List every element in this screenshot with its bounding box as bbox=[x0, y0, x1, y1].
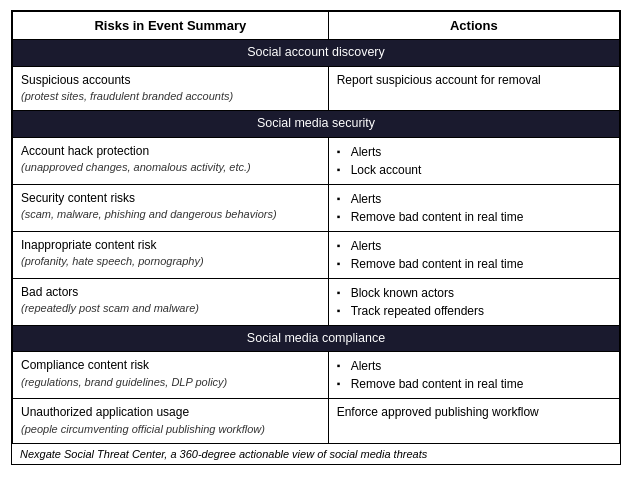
action-list: AlertsRemove bad content in real time bbox=[337, 237, 611, 273]
risk-subtitle: (scam, malware, phishing and dangerous b… bbox=[21, 208, 277, 220]
risk-title: Compliance content risk bbox=[21, 358, 149, 372]
risk-title: Inappropriate content risk bbox=[21, 238, 156, 252]
action-cell: Block known actorsTrack repeated offende… bbox=[328, 278, 619, 325]
action-list: AlertsRemove bad content in real time bbox=[337, 190, 611, 226]
risk-cell: Bad actors(repeatedly post scam and malw… bbox=[13, 278, 329, 325]
risk-subtitle: (people circumventing official publishin… bbox=[21, 423, 265, 435]
table-row: Bad actors(repeatedly post scam and malw… bbox=[13, 278, 620, 325]
list-item: Remove bad content in real time bbox=[337, 255, 611, 273]
table-row: Compliance content risk(regulations, bra… bbox=[13, 352, 620, 399]
risk-title: Bad actors bbox=[21, 285, 78, 299]
risk-cell: Suspicious accounts(protest sites, fraud… bbox=[13, 66, 329, 111]
risk-cell: Compliance content risk(regulations, bra… bbox=[13, 352, 329, 399]
list-item: Alerts bbox=[337, 190, 611, 208]
list-item: Remove bad content in real time bbox=[337, 375, 611, 393]
action-cell: Enforce approved publishing workflow bbox=[328, 399, 619, 444]
table-row: Unauthorized application usage(people ci… bbox=[13, 399, 620, 444]
list-item: Alerts bbox=[337, 357, 611, 375]
table-row: Security content risks(scam, malware, ph… bbox=[13, 184, 620, 231]
risk-title: Suspicious accounts bbox=[21, 73, 130, 87]
risk-subtitle: (profanity, hate speech, pornography) bbox=[21, 255, 204, 267]
action-text: Report suspicious account for removal bbox=[337, 73, 541, 87]
risk-cell: Security content risks(scam, malware, ph… bbox=[13, 184, 329, 231]
list-item: Track repeated offenders bbox=[337, 302, 611, 320]
section-header-cell: Social account discovery bbox=[13, 40, 620, 67]
risk-cell: Account hack protection(unapproved chang… bbox=[13, 137, 329, 184]
risk-subtitle: (repeatedly post scam and malware) bbox=[21, 302, 199, 314]
action-cell: AlertsRemove bad content in real time bbox=[328, 231, 619, 278]
column-header-risks: Risks in Event Summary bbox=[13, 12, 329, 40]
action-text: Enforce approved publishing workflow bbox=[337, 405, 539, 419]
column-header-actions: Actions bbox=[328, 12, 619, 40]
risks-actions-table: Risks in Event Summary Actions Social ac… bbox=[12, 11, 620, 444]
action-list: Block known actorsTrack repeated offende… bbox=[337, 284, 611, 320]
action-cell: Report suspicious account for removal bbox=[328, 66, 619, 111]
table-row: Suspicious accounts(protest sites, fraud… bbox=[13, 66, 620, 111]
table-row: Inappropriate content risk(profanity, ha… bbox=[13, 231, 620, 278]
action-list: AlertsRemove bad content in real time bbox=[337, 357, 611, 393]
footer-note: Nexgate Social Threat Center, a 360-degr… bbox=[12, 444, 620, 464]
section-header-cell: Social media compliance bbox=[13, 325, 620, 352]
risk-cell: Unauthorized application usage(people ci… bbox=[13, 399, 329, 444]
list-item: Block known actors bbox=[337, 284, 611, 302]
risk-cell: Inappropriate content risk(profanity, ha… bbox=[13, 231, 329, 278]
section-header-cell: Social media security bbox=[13, 111, 620, 138]
action-cell: AlertsRemove bad content in real time bbox=[328, 184, 619, 231]
risk-title: Unauthorized application usage bbox=[21, 405, 189, 419]
risk-subtitle: (protest sites, fraudulent branded accou… bbox=[21, 90, 233, 102]
list-item: Alerts bbox=[337, 143, 611, 161]
list-item: Remove bad content in real time bbox=[337, 208, 611, 226]
main-table-wrapper: Risks in Event Summary Actions Social ac… bbox=[11, 10, 621, 465]
table-row: Account hack protection(unapproved chang… bbox=[13, 137, 620, 184]
action-list: AlertsLock account bbox=[337, 143, 611, 179]
risk-title: Account hack protection bbox=[21, 144, 149, 158]
list-item: Alerts bbox=[337, 237, 611, 255]
risk-subtitle: (regulations, brand guidelines, DLP poli… bbox=[21, 376, 227, 388]
action-cell: AlertsRemove bad content in real time bbox=[328, 352, 619, 399]
risk-subtitle: (unapproved changes, anomalous activity,… bbox=[21, 161, 251, 173]
action-cell: AlertsLock account bbox=[328, 137, 619, 184]
risk-title: Security content risks bbox=[21, 191, 135, 205]
list-item: Lock account bbox=[337, 161, 611, 179]
